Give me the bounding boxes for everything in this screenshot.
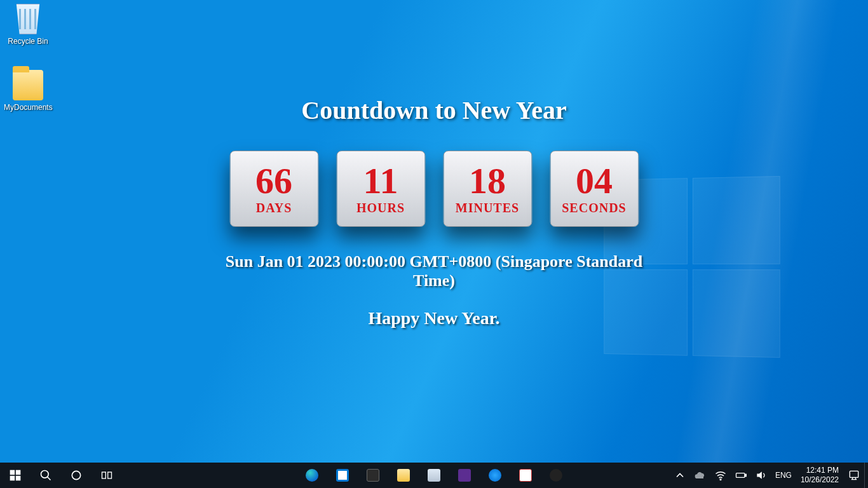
tile-label: DAYS bbox=[256, 201, 292, 215]
svg-rect-3 bbox=[16, 476, 21, 481]
taskbar-app-edge[interactable] bbox=[297, 463, 327, 488]
edge-icon bbox=[306, 469, 318, 482]
file-explorer-icon bbox=[397, 469, 410, 482]
taskbar-app-clock[interactable] bbox=[541, 463, 571, 488]
windows-icon bbox=[9, 469, 22, 482]
tray-wifi[interactable] bbox=[710, 463, 731, 488]
tile-value: 66 bbox=[255, 163, 292, 200]
taskbar-app-store[interactable] bbox=[327, 463, 358, 488]
taskbar-app-visual-studio[interactable] bbox=[449, 463, 480, 488]
widget-message: Happy New Year. bbox=[217, 308, 651, 329]
task-view-icon bbox=[100, 469, 113, 482]
cortana-icon bbox=[70, 469, 83, 482]
tile-label: MINUTES bbox=[456, 201, 519, 215]
tray-volume[interactable] bbox=[751, 463, 771, 488]
tile-hours: 11 HOURS bbox=[336, 151, 425, 227]
countdown-tiles: 66 DAYS 11 HOURS 18 MINUTES 04 SECONDS bbox=[217, 151, 651, 227]
taskbar-app-file-explorer[interactable] bbox=[388, 463, 419, 488]
taskbar-apps bbox=[297, 463, 571, 488]
desktop-icon-label: Recycle Bin bbox=[4, 37, 52, 46]
virtualbox-icon bbox=[367, 469, 379, 482]
svg-point-9 bbox=[720, 479, 721, 480]
svg-rect-11 bbox=[745, 474, 747, 476]
widget-title: Countdown to New Year bbox=[217, 95, 651, 125]
desktop-icon-recycle-bin[interactable]: Recycle Bin bbox=[4, 4, 52, 46]
show-desktop-button[interactable] bbox=[864, 463, 868, 488]
volume-icon bbox=[755, 469, 768, 482]
taskbar-app-virtualbox[interactable] bbox=[358, 463, 388, 488]
tile-value: 11 bbox=[363, 163, 398, 200]
search-icon bbox=[39, 469, 52, 482]
taskbar-app-notepad[interactable] bbox=[419, 463, 449, 488]
cloud-icon bbox=[694, 469, 707, 482]
wifi-icon bbox=[714, 469, 727, 482]
taskbar-left bbox=[0, 463, 122, 488]
svg-point-6 bbox=[72, 471, 80, 479]
taskbar-tray: ENG 12:41 PM 10/26/2022 bbox=[670, 463, 868, 488]
target-datetime: Sun Jan 01 2023 00:00:00 GMT+0800 (Singa… bbox=[217, 252, 651, 290]
battery-icon bbox=[735, 469, 747, 482]
tray-clock[interactable]: 12:41 PM 10/26/2022 bbox=[796, 466, 844, 485]
task-view-button[interactable] bbox=[92, 463, 122, 488]
start-button[interactable] bbox=[0, 463, 31, 488]
folder-icon bbox=[13, 70, 43, 100]
svg-rect-10 bbox=[736, 473, 744, 478]
countdown-widget: Countdown to New Year 66 DAYS 11 HOURS 1… bbox=[217, 95, 651, 329]
media-player-icon bbox=[489, 469, 501, 482]
visual-studio-icon bbox=[458, 469, 471, 482]
desktop-icon-label: MyDocuments bbox=[4, 103, 52, 112]
taskbar-app-calendar[interactable] bbox=[510, 463, 541, 488]
tile-minutes: 18 MINUTES bbox=[443, 151, 532, 227]
clock-date: 10/26/2022 bbox=[801, 475, 839, 485]
tray-onedrive[interactable] bbox=[690, 463, 710, 488]
tile-label: SECONDS bbox=[562, 201, 626, 215]
desktop[interactable]: Recycle Bin MyDocuments Countdown to New… bbox=[0, 0, 868, 488]
cortana-button[interactable] bbox=[61, 463, 92, 488]
search-button[interactable] bbox=[31, 463, 61, 488]
svg-rect-0 bbox=[10, 470, 15, 475]
desktop-icon-my-documents[interactable]: MyDocuments bbox=[4, 70, 52, 112]
taskbar: ENG 12:41 PM 10/26/2022 bbox=[0, 463, 868, 488]
tile-seconds: 04 SECONDS bbox=[550, 151, 639, 227]
notepad-icon bbox=[428, 469, 440, 482]
chevron-up-icon bbox=[674, 469, 686, 482]
tile-days: 66 DAYS bbox=[229, 151, 318, 227]
action-center-icon bbox=[848, 469, 860, 482]
clock-app-icon bbox=[550, 469, 562, 482]
tile-value: 04 bbox=[576, 163, 613, 200]
language-label: ENG bbox=[775, 471, 792, 480]
svg-rect-1 bbox=[16, 470, 21, 475]
tile-label: HOURS bbox=[356, 201, 405, 215]
clock-time: 12:41 PM bbox=[801, 466, 839, 475]
recycle-bin-icon bbox=[13, 4, 43, 34]
svg-rect-2 bbox=[10, 476, 15, 481]
calendar-icon bbox=[519, 469, 532, 482]
tile-value: 18 bbox=[469, 163, 506, 200]
svg-point-4 bbox=[41, 471, 49, 478]
svg-rect-8 bbox=[108, 472, 112, 478]
svg-rect-7 bbox=[102, 472, 106, 478]
tray-language[interactable]: ENG bbox=[771, 463, 796, 488]
tray-battery[interactable] bbox=[731, 463, 751, 488]
tray-overflow-button[interactable] bbox=[670, 463, 690, 488]
svg-rect-12 bbox=[850, 471, 858, 477]
store-icon bbox=[336, 469, 349, 482]
svg-line-5 bbox=[48, 477, 51, 480]
taskbar-app-media-player[interactable] bbox=[480, 463, 510, 488]
tray-action-center[interactable] bbox=[844, 463, 864, 488]
